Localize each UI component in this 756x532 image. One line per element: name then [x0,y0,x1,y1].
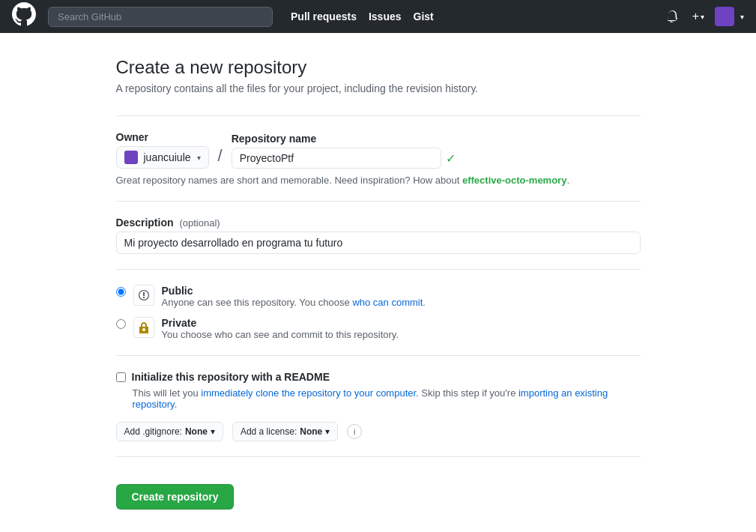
avatar-chevron-icon[interactable]: ▾ [740,13,744,21]
license-label: Add a license: [241,426,297,437]
description-input[interactable] [116,232,641,254]
github-logo-icon[interactable] [12,2,36,31]
gitignore-label: Add .gitignore: [124,426,182,437]
gitignore-chevron-icon: ▾ [211,426,215,437]
gitignore-value: None [185,426,208,437]
repo-name-input[interactable] [232,148,441,169]
description-label: Description (optional) [116,217,641,229]
initialize-row: Initialize this repository with a README [116,371,641,383]
nav-pull-requests[interactable]: Pull requests [291,10,357,22]
create-repository-button[interactable]: Create repository [116,484,235,510]
name-suggestion[interactable]: effective-octo-memory [462,175,566,186]
header: Pull requests Issues Gist + ▾ ▾ [0,0,756,33]
private-icon [133,317,154,338]
divider-init [116,355,641,356]
public-desc: Anyone can see this repository. You choo… [162,297,426,308]
private-desc: You choose who can see and commit to thi… [162,329,399,340]
repo-name-group: Repository name ✓ [232,133,456,169]
divider-desc [116,201,641,202]
private-label: Private [162,317,399,329]
license-value: None [300,426,322,437]
main-content: Create a new repository A repository con… [101,57,656,510]
initialize-label[interactable]: Initialize this repository with a README [132,371,330,383]
divider-visibility [116,269,641,270]
owner-value: juancuiule [144,151,191,163]
divider-bottom [116,456,641,457]
dropdowns-row: Add .gitignore: None ▾ Add a license: No… [116,422,641,441]
owner-repo-row: Owner juancuiule ▾ / Repository name ✓ [116,131,641,169]
name-hint: Great repository names are short and mem… [116,175,641,186]
public-icon [133,285,154,306]
description-optional: (optional) [179,217,220,229]
search-input[interactable] [48,7,273,27]
divider-top [116,115,641,116]
description-group: Description (optional) [116,217,641,254]
chevron-down-icon: ▾ [701,13,704,21]
slash-divider: / [218,146,223,169]
new-menu-button[interactable]: + ▾ [688,7,709,26]
owner-group: Owner juancuiule ▾ [116,131,209,169]
owner-label: Owner [116,131,209,143]
page-title: Create a new repository [116,57,641,78]
main-nav: Pull requests Issues Gist [291,10,434,22]
clone-link[interactable]: immediately clone the repository to your… [201,387,416,399]
info-icon[interactable]: i [347,424,362,439]
initialize-group: Initialize this repository with a README… [116,371,641,410]
nav-gist[interactable]: Gist [414,10,434,22]
owner-avatar [124,151,138,164]
who-can-commit-link[interactable]: who can commit [352,297,423,308]
owner-select[interactable]: juancuiule ▾ [116,146,209,169]
page-subtitle: A repository contains all the files for … [116,82,641,94]
initialize-hint: This will let you immediately clone the … [133,387,641,410]
private-option: Private You choose who can see and commi… [116,317,641,340]
public-label: Public [162,285,426,297]
nav-issues[interactable]: Issues [369,10,402,22]
license-chevron-icon: ▾ [325,426,330,437]
header-actions: + ▾ ▾ [662,7,744,26]
search-box[interactable] [48,7,273,27]
notification-button[interactable] [662,7,682,25]
public-radio[interactable] [116,287,126,297]
avatar[interactable] [715,7,734,26]
public-option: Public Anyone can see this repository. Y… [116,285,641,308]
visibility-group: Public Anyone can see this repository. Y… [116,285,641,340]
private-radio[interactable] [116,319,126,329]
initialize-checkbox[interactable] [116,372,126,382]
gitignore-dropdown[interactable]: Add .gitignore: None ▾ [116,422,223,441]
license-dropdown[interactable]: Add a license: None ▾ [232,422,338,441]
owner-chevron-icon: ▾ [197,154,201,162]
valid-check-icon: ✓ [446,151,456,166]
repo-name-label: Repository name [232,133,456,145]
